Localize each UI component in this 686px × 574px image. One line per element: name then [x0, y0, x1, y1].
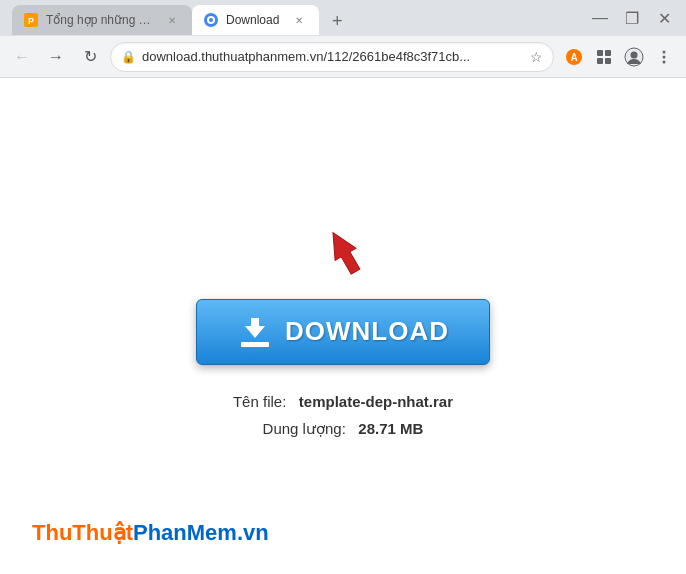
branding: ThuThuậtPhanMem.vn [32, 520, 269, 546]
svg-text:P: P [28, 16, 34, 26]
svg-rect-7 [597, 50, 603, 56]
brand-mem: Mem [187, 520, 237, 545]
svg-rect-10 [605, 58, 611, 64]
window-controls: — ❐ ✕ [586, 4, 678, 32]
page-content: DOWNLOAD Tên file: template-dep-nhat.rar… [0, 78, 686, 574]
file-size-value: 28.71 MB [358, 420, 423, 437]
chrome-window: P Tổng hợp những Template Po... ✕ Downlo… [0, 0, 686, 574]
download-button[interactable]: DOWNLOAD [196, 299, 490, 365]
file-name-row: Tên file: template-dep-nhat.rar [233, 393, 453, 410]
svg-point-15 [663, 60, 666, 63]
svg-text:A: A [570, 52, 577, 63]
account-icon[interactable] [620, 43, 648, 71]
forward-button[interactable]: → [42, 43, 70, 71]
back-button[interactable]: ← [8, 43, 36, 71]
svg-point-13 [663, 50, 666, 53]
tab-inactive-favicon: P [24, 13, 38, 27]
avast-extension-icon[interactable]: A [560, 43, 588, 71]
svg-rect-17 [241, 342, 269, 347]
svg-rect-8 [605, 50, 611, 56]
minimize-button[interactable]: — [586, 4, 614, 32]
arrow-container [313, 215, 373, 289]
toolbar: ← → ↻ 🔒 download.thuthuatphanmem.vn/112/… [0, 36, 686, 78]
tab-active[interactable]: Download ✕ [192, 5, 319, 35]
close-button[interactable]: ✕ [650, 4, 678, 32]
brand-vn: .vn [237, 520, 269, 545]
refresh-button[interactable]: ↻ [76, 43, 104, 71]
file-size-row: Dung lượng: 28.71 MB [233, 420, 453, 438]
maximize-button[interactable]: ❐ [618, 4, 646, 32]
tab-inactive-close[interactable]: ✕ [164, 12, 180, 28]
tab-active-close[interactable]: ✕ [291, 12, 307, 28]
size-label: Dung lượng: [263, 420, 346, 437]
brand-thu: Thu [32, 520, 72, 545]
svg-point-12 [631, 51, 638, 58]
download-arrow-icon [237, 314, 273, 350]
red-arrow-icon [313, 215, 373, 285]
tab-inactive[interactable]: P Tổng hợp những Template Po... ✕ [12, 5, 192, 35]
tab-active-favicon [204, 13, 218, 27]
menu-button[interactable] [650, 43, 678, 71]
toolbar-icons: A [560, 43, 678, 71]
tabs-row: P Tổng hợp những Template Po... ✕ Downlo… [8, 1, 586, 35]
svg-rect-9 [597, 58, 603, 64]
svg-marker-16 [323, 226, 366, 277]
address-text: download.thuthuatphanmem.vn/112/2661be4f… [142, 49, 520, 64]
tab-inactive-label: Tổng hợp những Template Po... [46, 13, 152, 27]
file-info: Tên file: template-dep-nhat.rar Dung lượ… [233, 393, 453, 438]
new-tab-button[interactable]: + [323, 7, 351, 35]
extensions-icon[interactable] [590, 43, 618, 71]
address-bar[interactable]: 🔒 download.thuthuatphanmem.vn/112/2661be… [110, 42, 554, 72]
file-name-value: template-dep-nhat.rar [299, 393, 453, 410]
title-bar: P Tổng hợp những Template Po... ✕ Downlo… [0, 0, 686, 36]
download-button-label: DOWNLOAD [285, 316, 449, 347]
brand-thuat: Thuật [72, 520, 133, 545]
svg-marker-18 [245, 318, 265, 338]
svg-point-4 [209, 18, 213, 22]
tab-active-label: Download [226, 13, 279, 27]
svg-point-14 [663, 55, 666, 58]
file-label: Tên file: [233, 393, 286, 410]
lock-icon: 🔒 [121, 50, 136, 64]
brand-phan: Phan [133, 520, 187, 545]
bookmark-star-icon[interactable]: ☆ [530, 49, 543, 65]
